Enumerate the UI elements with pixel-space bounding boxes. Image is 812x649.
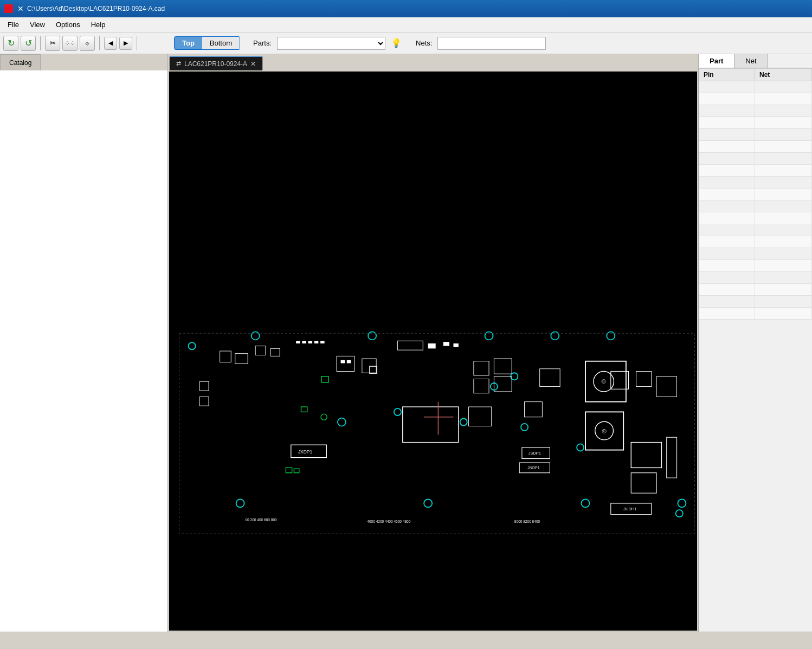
net-column-header: Net (755, 69, 812, 81)
table-row (699, 272, 812, 284)
menu-view[interactable]: View (24, 18, 50, 31)
filter-icon: ⟐ (85, 39, 89, 47)
svg-rect-19 (308, 341, 312, 343)
arrange-button[interactable]: ⁘⁘ (62, 36, 78, 51)
table-row (699, 93, 812, 105)
catalog-tab[interactable]: Catalog (0, 54, 41, 70)
svg-rect-24 (443, 342, 449, 346)
table-row (699, 236, 812, 248)
table-row (699, 177, 812, 189)
layout-container: ⇄ LAC621PR10-0924-A ✕ © © (168, 54, 698, 632)
menu-file[interactable]: File (2, 18, 24, 31)
table-row (699, 296, 812, 308)
cut-icon: ✂ (50, 39, 56, 47)
title-bar: ✕ C:\Users\Ad\Desktop\LAC621PR10-0924-A.… (0, 0, 812, 17)
svg-text:00 200 400 600 800: 00 200 400 600 800 (245, 518, 277, 522)
svg-rect-21 (320, 341, 324, 343)
pcb-diagram: © © (169, 72, 697, 631)
menu-options[interactable]: Options (50, 18, 86, 31)
svg-rect-17 (296, 341, 300, 343)
nets-label: Nets: (416, 39, 432, 47)
menu-help[interactable]: Help (86, 18, 111, 31)
bottom-view-button[interactable]: Bottom (202, 37, 240, 49)
bulb-icon[interactable]: 💡 (390, 37, 403, 50)
forward-button[interactable]: ▶ (119, 37, 132, 50)
svg-text:8000 8200 8400: 8000 8200 8400 (514, 520, 540, 523)
app-icon: ✕ (17, 4, 24, 13)
table-row (699, 284, 812, 296)
pins-table: Pin Net (699, 68, 812, 320)
svg-rect-20 (314, 341, 318, 343)
layout-tab-label: LAC621PR10-0924-A (184, 60, 247, 68)
title-path: C:\Users\Ad\Desktop\LAC621PR10-0924-A.ca… (27, 5, 165, 12)
top-view-button[interactable]: Top (175, 37, 202, 49)
nets-input[interactable] (437, 37, 546, 50)
left-panel: Catalog (0, 54, 168, 632)
table-row (699, 129, 812, 141)
svg-rect-23 (428, 343, 436, 348)
svg-text:JNDP1: JNDP1 (527, 466, 539, 470)
table-row (699, 117, 812, 129)
catalog-panel[interactable] (0, 70, 167, 632)
undo-icon: ↺ (25, 38, 32, 48)
status-bar (0, 632, 812, 649)
svg-text:JSDP1: JSDP1 (529, 451, 541, 456)
svg-rect-69 (347, 360, 351, 364)
svg-text:©: © (602, 378, 607, 385)
pin-column-header: Pin (699, 69, 755, 81)
filter-button[interactable]: ⟐ (80, 36, 95, 51)
table-row (699, 165, 812, 177)
svg-text:4000 4200 4400 4600 4800: 4000 4200 4400 4600 4800 (367, 520, 410, 523)
table-row (699, 200, 812, 212)
table-row (699, 105, 812, 117)
svg-rect-25 (453, 343, 458, 347)
layout-tab-bar: ⇄ LAC621PR10-0924-A ✕ (168, 54, 698, 70)
right-tabs: Part Net (699, 54, 812, 68)
svg-rect-18 (302, 341, 306, 343)
back-button[interactable]: ◀ (104, 37, 117, 50)
table-row (699, 141, 812, 153)
table-row (699, 153, 812, 165)
layout-tab-close[interactable]: ✕ (250, 60, 256, 68)
table-row (699, 248, 812, 260)
toolbar: ↻ ↺ ✂ ⁘⁘ ⟐ ◀ ▶ Top Bottom Parts: 💡 Nets: (0, 33, 812, 54)
right-panel: Part Net Pin Net (698, 54, 812, 632)
table-row (699, 308, 812, 320)
view-toggle: Top Bottom (174, 36, 240, 50)
refresh-button[interactable]: ↻ (3, 36, 18, 51)
main-layout: Catalog ⇄ LAC621PR10-0924-A ✕ © (0, 54, 812, 632)
tab-net[interactable]: Net (734, 54, 768, 68)
cut-button[interactable]: ✂ (45, 36, 60, 51)
tab-part[interactable]: Part (699, 54, 734, 68)
parts-dropdown[interactable] (277, 37, 385, 50)
tab-bar: Catalog (0, 54, 167, 70)
back-icon: ◀ (108, 40, 113, 47)
svg-text:©: © (602, 428, 607, 434)
table-row (699, 260, 812, 272)
sep-3 (137, 36, 137, 50)
refresh-icon: ↻ (8, 38, 15, 48)
right-table: Pin Net (699, 68, 812, 632)
table-row (699, 224, 812, 236)
forward-icon: ▶ (124, 40, 128, 47)
layout-tab[interactable]: ⇄ LAC621PR10-0924-A ✕ (169, 56, 263, 70)
catalog-tab-label: Catalog (9, 59, 31, 67)
menu-bar: File View Options Help (0, 17, 812, 33)
shuffle-icon: ⇄ (176, 60, 181, 67)
undo-button[interactable]: ↺ (21, 36, 36, 51)
table-row (699, 212, 812, 224)
svg-text:JUDH1: JUDH1 (623, 507, 636, 511)
svg-rect-68 (341, 360, 345, 364)
sep-2 (99, 36, 100, 50)
parts-label: Parts: (253, 39, 272, 47)
table-row (699, 81, 812, 93)
table-row (699, 189, 812, 200)
close-button[interactable] (4, 4, 13, 13)
sep-1 (40, 36, 41, 50)
pcb-canvas[interactable]: © © (169, 72, 697, 631)
svg-rect-0 (169, 158, 697, 544)
svg-text:JXDP1: JXDP1 (298, 449, 312, 455)
arrange-icon: ⁘⁘ (65, 40, 75, 47)
